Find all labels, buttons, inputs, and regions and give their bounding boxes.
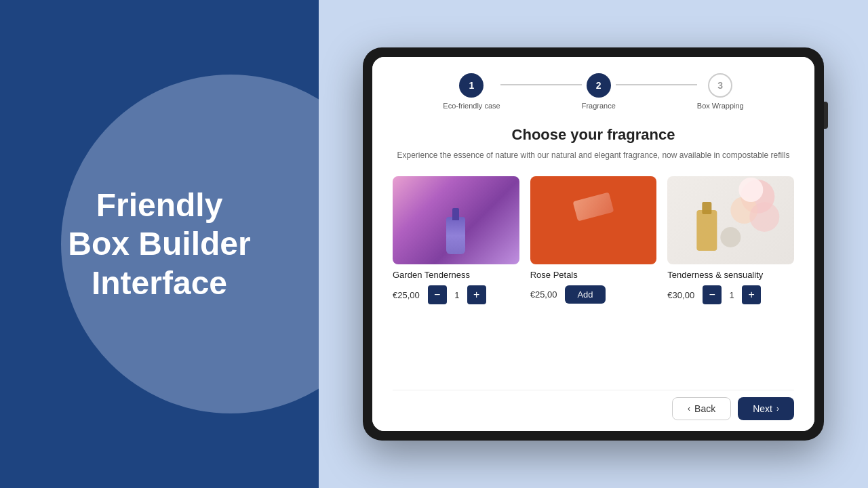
product-card-garden: Garden Tenderness €25,00 − 1 + [393,176,519,304]
section-heading: Choose your fragrance Experience the ess… [393,126,794,161]
product-price-tenderness: €30,00 [667,290,694,300]
product-price-rose: €25,00 [530,289,557,300]
footer-nav: ‹ Back Next › [393,390,794,420]
step-3-label: Box Wrapping [697,102,744,110]
chevron-left-icon: ‹ [688,404,690,413]
step-line-1 [500,84,582,85]
step-1: 1 Eco-friendly case [443,73,500,110]
next-label: Next [753,403,772,414]
stepper: 1 Eco-friendly case 2 Fragrance [393,73,794,110]
step-2: 2 Fragrance [582,73,616,110]
back-button[interactable]: ‹ Back [672,397,731,420]
product-controls-tenderness: €30,00 − 1 + [667,285,794,304]
svg-rect-6 [703,202,712,214]
back-label: Back [694,403,715,414]
qty-increase-garden[interactable]: + [467,285,486,304]
qty-decrease-garden[interactable]: − [428,285,447,304]
product-image-tenderness [667,176,794,264]
step-1-circle: 1 [459,73,484,98]
step-3: 3 Box Wrapping [697,73,744,110]
qty-decrease-tenderness[interactable]: − [703,285,722,304]
step-2-circle: 2 [587,73,611,98]
step-2-label: Fragrance [582,102,616,110]
step-3-circle: 3 [708,73,732,98]
step-line-2 [616,84,697,85]
app-content: 1 Eco-friendly case 2 Fragrance [372,57,814,431]
add-button-rose[interactable]: Add [565,285,605,304]
product-card-tenderness: Tenderness & sensuality €30,00 − 1 + [667,176,794,304]
svg-point-4 [721,227,741,247]
svg-point-2 [750,202,780,232]
qty-value-garden: 1 [452,290,462,300]
chevron-right-icon: › [776,404,779,413]
svg-rect-5 [697,210,717,251]
tablet-device: 1 Eco-friendly case 2 Fragrance [363,47,824,441]
tablet-screen: 1 Eco-friendly case 2 Fragrance [372,57,814,431]
product-card-rose: Rose Petals €25,00 Add [530,176,657,304]
step-1-label: Eco-friendly case [443,102,500,110]
product-image-rose-inner [530,176,657,264]
hero-title: Friendly Box Builder Interface [41,186,277,303]
product-image-garden [393,176,519,264]
qty-value-tenderness: 1 [727,290,736,300]
product-image-tenderness-inner [667,176,794,264]
heading-subtitle: Experience the essence of nature with ou… [393,149,794,161]
floral-svg [667,176,794,264]
heading-title: Choose your fragrance [393,126,794,144]
products-grid: Garden Tenderness €25,00 − 1 + [393,176,794,304]
left-panel: Friendly Box Builder Interface [0,0,319,488]
next-button[interactable]: Next › [738,397,794,420]
right-panel: 1 Eco-friendly case 2 Fragrance [319,0,868,488]
product-price-garden: €25,00 [393,290,420,300]
product-controls-rose: €25,00 Add [530,285,657,304]
product-image-garden-inner [393,176,519,264]
product-image-rose [530,176,657,264]
product-name-garden: Garden Tenderness [393,270,519,280]
svg-point-3 [739,178,764,202]
product-name-rose: Rose Petals [530,270,657,280]
product-name-tenderness: Tenderness & sensuality [667,270,794,280]
qty-increase-tenderness[interactable]: + [742,285,761,304]
product-controls-garden: €25,00 − 1 + [393,285,519,304]
